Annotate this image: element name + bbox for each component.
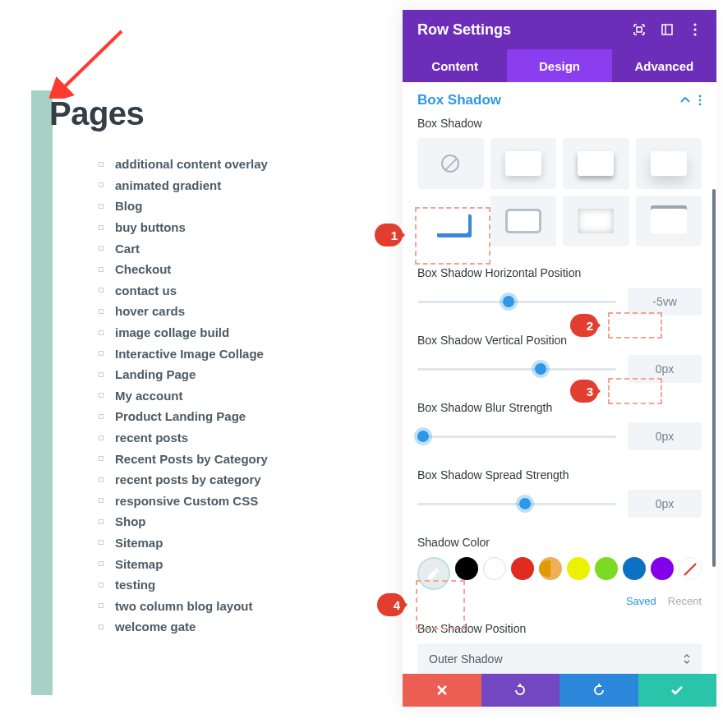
color-yellow[interactable] bbox=[567, 557, 590, 580]
list-item[interactable]: two column blog layout bbox=[99, 595, 268, 616]
blur-slider[interactable] bbox=[417, 435, 616, 438]
list-item-label: responsive Custom CSS bbox=[115, 494, 258, 508]
color-transparent[interactable] bbox=[679, 557, 702, 580]
row-settings-panel: Row Settings Content Design Advanced Box… bbox=[403, 10, 716, 707]
tab-advanced[interactable]: Advanced bbox=[612, 49, 716, 82]
undo-button[interactable] bbox=[481, 674, 560, 707]
svg-line-0 bbox=[61, 31, 122, 90]
tab-design[interactable]: Design bbox=[507, 49, 611, 82]
color-tab-links: Saved Recent bbox=[417, 595, 702, 607]
color-green[interactable] bbox=[595, 557, 618, 580]
box-shadow-subheading: Box Shadow bbox=[417, 117, 702, 130]
bullet-icon bbox=[99, 603, 104, 608]
none-icon bbox=[441, 154, 459, 173]
list-item[interactable]: Interactive Image Collage bbox=[99, 343, 268, 364]
svg-point-9 bbox=[699, 104, 702, 106]
color-black[interactable] bbox=[455, 557, 478, 580]
list-item[interactable]: hover cards bbox=[99, 301, 268, 322]
preset-shadow-4[interactable] bbox=[417, 196, 484, 247]
shadow-position-label: Box Shadow Position bbox=[417, 622, 702, 635]
list-item[interactable]: Blog bbox=[99, 196, 268, 217]
list-item[interactable]: buy buttons bbox=[99, 217, 268, 238]
list-item-label: Cart bbox=[115, 242, 140, 256]
color-tab-saved[interactable]: Saved bbox=[626, 595, 656, 607]
preset-shadow-2[interactable] bbox=[563, 138, 629, 189]
spread-thumb[interactable] bbox=[519, 498, 531, 509]
hpos-label: Box Shadow Horizontal Position bbox=[417, 266, 702, 279]
spread-input[interactable] bbox=[628, 490, 702, 518]
preset-shadow-1[interactable] bbox=[490, 138, 557, 189]
color-tab-recent[interactable]: Recent bbox=[668, 595, 702, 607]
preset-none[interactable] bbox=[417, 138, 484, 189]
list-item-label: contact us bbox=[115, 283, 177, 297]
section-menu-icon[interactable] bbox=[698, 94, 702, 106]
spread-slider[interactable] bbox=[417, 503, 616, 505]
color-blue[interactable] bbox=[623, 557, 646, 580]
hpos-slider[interactable] bbox=[417, 301, 616, 303]
list-item-label: testing bbox=[115, 578, 155, 592]
redo-button[interactable] bbox=[560, 674, 638, 707]
menu-dots-icon[interactable] bbox=[688, 23, 702, 36]
bullet-icon bbox=[99, 267, 104, 272]
callout-1: 1 bbox=[375, 223, 403, 247]
list-item-label: animated gradient bbox=[115, 178, 221, 192]
list-item[interactable]: Shop bbox=[99, 511, 268, 532]
vpos-label: Box Shadow Vertical Position bbox=[417, 334, 702, 347]
vpos-thumb[interactable] bbox=[535, 363, 546, 375]
preset-shadow-7[interactable] bbox=[636, 196, 702, 247]
preset-shadow-5[interactable] bbox=[490, 196, 557, 247]
tab-content[interactable]: Content bbox=[403, 49, 507, 82]
bullet-icon bbox=[99, 435, 104, 440]
list-item[interactable]: testing bbox=[99, 574, 268, 596]
preset-shadow-3[interactable] bbox=[636, 138, 702, 189]
list-item-label: Sitemap bbox=[115, 536, 163, 550]
bullet-icon bbox=[99, 477, 104, 482]
list-item[interactable]: image collage build bbox=[99, 322, 268, 343]
shadow-presets-row1 bbox=[417, 138, 702, 189]
vpos-slider[interactable] bbox=[417, 368, 616, 371]
chevron-up-icon[interactable] bbox=[680, 97, 690, 104]
list-item[interactable]: welcome gate bbox=[99, 616, 268, 638]
list-item[interactable]: Checkout bbox=[99, 259, 268, 280]
hpos-thumb[interactable] bbox=[503, 296, 514, 307]
list-item[interactable]: Product Landing Page bbox=[99, 406, 268, 427]
bullet-icon bbox=[99, 162, 104, 167]
preset-shadow-6[interactable] bbox=[563, 196, 629, 247]
list-item[interactable]: animated gradient bbox=[99, 175, 268, 196]
blur-thumb[interactable] bbox=[417, 431, 429, 442]
svg-point-4 bbox=[693, 23, 696, 25]
list-item-label: recent posts bbox=[115, 431, 188, 445]
bullet-icon bbox=[99, 351, 104, 356]
blur-input[interactable] bbox=[628, 422, 702, 450]
color-red[interactable] bbox=[511, 557, 534, 580]
save-button[interactable] bbox=[638, 674, 717, 707]
list-item[interactable]: My account bbox=[99, 385, 268, 407]
shadow-presets-row2 bbox=[417, 196, 702, 247]
list-item[interactable]: contact us bbox=[99, 280, 268, 302]
list-item[interactable]: Recent Posts by Category bbox=[99, 448, 268, 469]
scrollbar[interactable] bbox=[712, 189, 716, 567]
vpos-input[interactable] bbox=[628, 355, 702, 383]
list-item[interactable]: Landing Page bbox=[99, 364, 268, 385]
list-item[interactable]: Sitemap bbox=[99, 553, 268, 574]
list-item[interactable]: responsive Custom CSS bbox=[99, 491, 268, 512]
eyedropper-icon[interactable] bbox=[417, 557, 450, 590]
expand-icon[interactable] bbox=[633, 23, 646, 36]
cancel-button[interactable] bbox=[403, 674, 481, 707]
sidebar-toggle-icon[interactable] bbox=[661, 23, 674, 36]
list-item[interactable]: recent posts by category bbox=[99, 469, 268, 491]
color-orange[interactable] bbox=[539, 557, 562, 580]
shadow-position-select[interactable]: Outer Shadow bbox=[417, 643, 702, 674]
color-purple[interactable] bbox=[651, 557, 674, 580]
section-title[interactable]: Box Shadow bbox=[417, 92, 501, 108]
list-item-label: Landing Page bbox=[115, 367, 196, 381]
list-item-label: hover cards bbox=[115, 304, 185, 318]
list-item[interactable]: Sitemap bbox=[99, 532, 268, 554]
list-item[interactable]: Cart bbox=[99, 237, 268, 259]
list-item[interactable]: additional content overlay bbox=[99, 154, 268, 175]
color-white[interactable] bbox=[483, 557, 506, 580]
pages-list: additional content overlayanimated gradi… bbox=[99, 154, 268, 638]
hpos-input[interactable] bbox=[628, 288, 702, 316]
list-item[interactable]: recent posts bbox=[99, 427, 268, 449]
list-item-label: Shop bbox=[115, 514, 146, 528]
